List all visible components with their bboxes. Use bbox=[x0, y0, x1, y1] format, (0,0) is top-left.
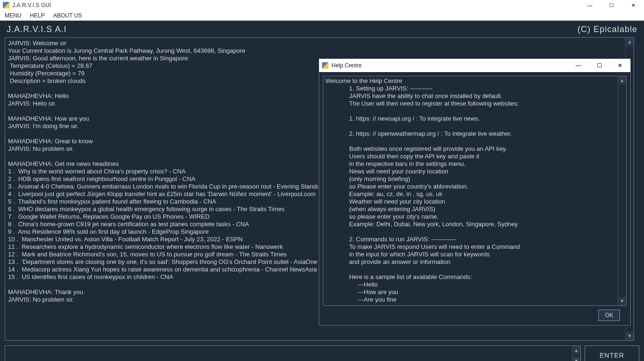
help-dialog: Help Centre — ☐ ✕ Welcome to the Help Ce… bbox=[319, 58, 631, 326]
help-ok-button[interactable]: OK bbox=[598, 310, 620, 321]
help-title: Help Centre bbox=[331, 62, 362, 69]
scroll-up-icon[interactable]: ▲ bbox=[572, 346, 580, 354]
enter-button-label: ENTER bbox=[600, 352, 624, 359]
help-scrollbar[interactable]: ▲ ▼ bbox=[618, 76, 626, 305]
copyright-label: (C) Epicalable bbox=[578, 25, 637, 34]
chat-output-text: JARVIS: Welcome sir Your Current locatio… bbox=[8, 40, 322, 303]
close-button[interactable]: ✕ bbox=[622, 0, 644, 10]
scroll-track[interactable] bbox=[618, 85, 626, 297]
scroll-up-icon[interactable]: ▲ bbox=[618, 76, 626, 85]
menu-item-help[interactable]: HELP bbox=[30, 12, 44, 19]
help-content[interactable]: Welcome to the Help Centre 1. Setting up… bbox=[323, 76, 627, 306]
scroll-down-icon[interactable]: ▼ bbox=[626, 332, 634, 340]
app-icon bbox=[322, 62, 329, 69]
scroll-up-icon[interactable]: ▲ bbox=[626, 38, 634, 46]
help-body-text: Welcome to the Help Centre 1. Setting up… bbox=[325, 77, 520, 303]
input-scrollbar[interactable]: ▲ ▼ bbox=[572, 346, 580, 361]
help-minimize-button[interactable]: — bbox=[568, 59, 589, 72]
help-maximize-button[interactable]: ☐ bbox=[589, 59, 610, 72]
app-title: J.A.R.V.I.S A.I bbox=[7, 25, 66, 34]
app-icon bbox=[3, 2, 9, 8]
help-close-button[interactable]: ✕ bbox=[610, 59, 630, 72]
maximize-button[interactable]: ☐ bbox=[601, 0, 622, 10]
scroll-down-icon[interactable]: ▼ bbox=[572, 356, 580, 361]
enter-button[interactable]: ENTER bbox=[585, 345, 639, 361]
menu-item-about[interactable]: ABOUT US bbox=[53, 12, 82, 19]
scroll-down-icon[interactable]: ▼ bbox=[618, 297, 626, 305]
window-title: J.A.R.V.I.S GUI bbox=[12, 2, 51, 8]
help-titlebar: Help Centre — ☐ ✕ bbox=[319, 59, 630, 72]
menubar: MENU HELP ABOUT US bbox=[0, 10, 644, 21]
command-input[interactable]: ▲ ▼ bbox=[5, 345, 581, 361]
minimize-button[interactable]: — bbox=[579, 0, 601, 10]
main-titlebar: J.A.R.V.I.S GUI — ☐ ✕ bbox=[0, 0, 644, 10]
help-ok-label: OK bbox=[605, 312, 613, 319]
menu-item-menu[interactable]: MENU bbox=[5, 12, 21, 19]
